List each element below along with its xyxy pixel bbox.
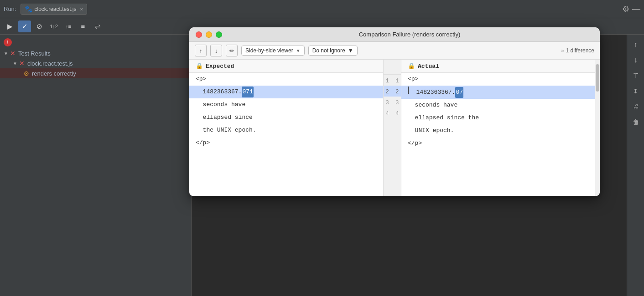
settings-icon[interactable]: ⚙ xyxy=(622,4,629,14)
ignore-dropdown-arrow: ▼ xyxy=(348,47,353,54)
expected-header-label: Expected xyxy=(206,63,234,70)
viewer-dropdown-arrow: ▼ xyxy=(296,48,301,53)
clock-expand-arrow: ▼ xyxy=(13,61,17,66)
viewer-select-label: Side-by-side viewer xyxy=(245,47,293,54)
diff-arrows-icon: » xyxy=(561,48,564,53)
expand-arrow: ▼ xyxy=(4,51,8,56)
actual-line-4: ellapsed since the xyxy=(401,112,595,124)
expected-line-4: ellapsed since xyxy=(189,111,383,124)
check-button[interactable]: ✓ xyxy=(18,20,31,32)
gutter-line-3: 3 3 xyxy=(384,97,401,107)
expected-line-6: </p> xyxy=(189,137,383,149)
close-window-button[interactable] xyxy=(196,31,202,38)
scrollbar-thumb[interactable] xyxy=(596,64,599,92)
gutter-line-2-highlighted: 2 2 xyxy=(384,86,401,97)
minimize-icon[interactable]: — xyxy=(632,4,640,14)
modal-toolbar: ↑ ↓ ✏ Side-by-side viewer ▼ Do not ignor… xyxy=(189,42,600,60)
ignore-select-label: Do not ignore xyxy=(312,47,345,54)
comparison-failure-modal: Comparison Failure (renders correctly) ↑… xyxy=(189,27,600,196)
expected-line-1: <p> xyxy=(189,73,383,86)
expected-lines: <p> 1482363367.071 seconds have ellapsed… xyxy=(189,73,383,149)
tree-item-clock-test[interactable]: ▼ ✕ clock.react.test.js xyxy=(0,58,191,68)
delete-button[interactable]: 🗑 xyxy=(629,116,642,128)
run-label: Run: xyxy=(4,5,16,12)
test-tree-sidebar: ! ▼ ✕ Test Results ▼ ✕ clock.react.test.… xyxy=(0,35,192,296)
diff-gutter: 1 1 2 2 3 3 4 4 xyxy=(383,60,401,196)
scroll-down-button[interactable]: ↓ xyxy=(629,54,642,66)
gutter-line-1: 1 1 xyxy=(384,75,401,86)
diff-container: 🔒 Expected <p> 1482363367.071 seconds ha… xyxy=(189,60,600,196)
file-tab[interactable]: 🐾 clock.react.test.js × xyxy=(21,4,87,15)
actual-pane: 🔒 Actual <p> 1482363367.07 seconds have … xyxy=(401,60,595,196)
actual-highlight-span: 07 xyxy=(455,87,463,98)
sort-duration-button[interactable]: ↑≡ xyxy=(62,20,75,32)
viewer-select-dropdown[interactable]: Side-by-side viewer ▼ xyxy=(241,46,305,56)
error-badge: ! xyxy=(4,38,12,46)
align-top-button[interactable]: ⊤̄ xyxy=(629,69,642,82)
modal-scrollbar[interactable] xyxy=(595,60,600,196)
actual-header-label: Actual xyxy=(418,63,439,70)
modal-titlebar: Comparison Failure (renders correctly) xyxy=(189,27,600,42)
actual-lock-icon: 🔒 xyxy=(408,62,415,70)
expected-header: 🔒 Expected xyxy=(189,60,383,73)
modal-title: Comparison Failure (renders correctly) xyxy=(226,31,593,38)
minimize-window-button[interactable] xyxy=(206,31,212,38)
actual-line-3: seconds have xyxy=(401,99,595,112)
right-rail: ↑ ↓ ⊤̄ ↧ 🖨 🗑 xyxy=(627,35,644,296)
text-cursor xyxy=(408,87,409,94)
tree-label-renders: renders correctly xyxy=(32,70,76,77)
modal-overlay: Comparison Failure (renders correctly) ↑… xyxy=(189,27,600,196)
top-toolbar: Run: 🐾 clock.react.test.js × ⚙ — xyxy=(0,0,644,18)
expected-lock-icon: 🔒 xyxy=(196,62,203,70)
run-button[interactable]: ▶ xyxy=(4,20,16,32)
actual-line-6: </p> xyxy=(401,137,595,150)
actual-lines: <p> 1482363367.07 seconds have ellapsed … xyxy=(401,73,595,150)
tree-item-test-results[interactable]: ▼ ✕ Test Results xyxy=(0,48,191,58)
gutter-line-4: 4 4 xyxy=(384,107,401,118)
tab-filename: clock.react.test.js xyxy=(34,6,76,12)
actual-header: 🔒 Actual xyxy=(401,60,595,73)
expected-highlight-span: 071 xyxy=(242,87,253,97)
next-diff-button[interactable]: ↓ xyxy=(210,45,222,56)
actual-line-1: <p> xyxy=(401,73,595,86)
clock-status-icon: ✕ xyxy=(19,60,25,67)
status-fail-icon: ✕ xyxy=(10,50,16,57)
stop-button[interactable]: ⊘ xyxy=(33,20,46,32)
diff-count-label: 1 difference xyxy=(566,47,595,54)
group-button[interactable]: ≡ xyxy=(77,20,89,32)
expected-line-2: 1482363367.071 xyxy=(189,86,383,98)
prev-diff-button[interactable]: ↑ xyxy=(195,45,207,56)
tab-file-icon: 🐾 xyxy=(25,5,32,13)
tree-label-clock: clock.react.test.js xyxy=(27,60,73,67)
actual-line-2: 1482363367.07 xyxy=(401,86,595,99)
ignore-select-dropdown[interactable]: Do not ignore ▼ xyxy=(308,46,358,56)
tab-close-button[interactable]: × xyxy=(80,6,83,12)
filter-button[interactable]: ⇌ xyxy=(91,20,104,32)
tree-label-test-results: Test Results xyxy=(18,50,51,57)
maximize-window-button[interactable] xyxy=(216,31,222,38)
edit-button[interactable]: ✏ xyxy=(226,45,238,56)
tree-item-renders-correctly[interactable]: ⊗ renders correctly xyxy=(0,68,191,78)
sort-alpha-button[interactable]: 1↑2 xyxy=(47,20,60,32)
align-bottom-button[interactable]: ↧ xyxy=(629,85,642,97)
expected-pane: 🔒 Expected <p> 1482363367.071 seconds ha… xyxy=(189,60,383,196)
scroll-up-button[interactable]: ↑ xyxy=(629,38,642,51)
renders-status-icon: ⊗ xyxy=(24,70,29,77)
print-button[interactable]: 🖨 xyxy=(629,100,642,113)
actual-line-5: UNIX epoch. xyxy=(401,124,595,137)
expected-line-3: seconds have xyxy=(189,98,383,111)
diff-count-display: » 1 difference xyxy=(561,47,594,54)
expected-line-5: the UNIX epoch. xyxy=(189,124,383,137)
